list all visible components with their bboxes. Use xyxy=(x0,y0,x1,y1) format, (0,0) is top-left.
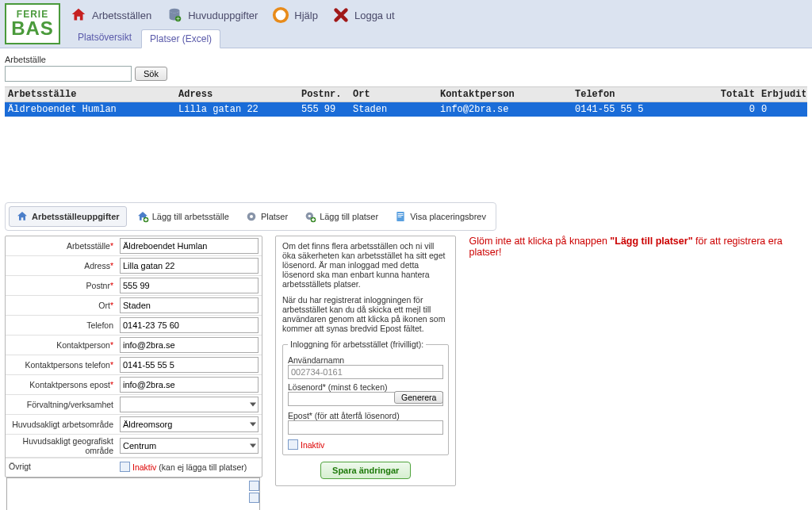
tab-lagg-till-platser[interactable]: Lägg till platser xyxy=(297,206,385,227)
svg-point-8 xyxy=(308,215,311,217)
input-kontakt-epost[interactable] xyxy=(120,377,259,393)
logo-bottom: BAS xyxy=(11,19,54,38)
col-postnr[interactable]: Postnr. xyxy=(298,87,350,102)
login-legend: Inloggning för arbetsstället (frivilligt… xyxy=(288,339,426,349)
info-login-panel: Om det finns flera arbetsställen och ni … xyxy=(275,236,456,486)
label-kontakt-epost: Kontaktpersons epost* xyxy=(6,378,117,391)
cell-postnr: 555 99 xyxy=(298,102,350,117)
detail-toolbar: Arbetsställeuppgifter Lägg till arbetsst… xyxy=(5,202,496,231)
checkbox-icon xyxy=(288,439,298,450)
header: FERIE BAS Arbetsställen Huvuduppgifter H… xyxy=(0,0,812,48)
input-adress[interactable] xyxy=(120,258,259,274)
house-icon xyxy=(70,6,87,24)
label-kontaktperson: Kontaktperson* xyxy=(6,339,117,351)
col-ort[interactable]: Ort xyxy=(350,87,437,102)
svg-rect-13 xyxy=(398,217,402,217)
label-arbetsstalle: Arbetsställe* xyxy=(6,240,117,252)
database-icon xyxy=(166,6,183,24)
house-blue-icon xyxy=(16,210,29,223)
side-checkbox-1[interactable] xyxy=(249,481,259,491)
cell-kontaktperson: info@2bra.se xyxy=(437,102,572,117)
grid-row[interactable]: Äldreboendet Humlan Lilla gatan 22 555 9… xyxy=(5,102,807,117)
cell-arbetsstalle: Äldreboendet Humlan xyxy=(5,102,175,117)
warning-text: Glöm inte att klicka på knappen "Lägg ti… xyxy=(469,236,807,258)
cell-erbjudits: 0 xyxy=(758,102,806,117)
tab-lagg-till-arbetsstalle[interactable]: Lägg till arbetsställe xyxy=(130,206,236,227)
checkbox-login-inaktiv[interactable]: Inaktiv xyxy=(288,439,443,450)
label-postnr: Postnr* xyxy=(6,279,117,292)
label-adress: Adress* xyxy=(6,259,117,272)
cell-totalt: 0 xyxy=(710,102,758,117)
svg-rect-12 xyxy=(398,215,404,216)
document-icon xyxy=(394,210,407,223)
tab-arbetsstalleuppgifter[interactable]: Arbetsställeuppgifter xyxy=(9,206,127,227)
grid-header: Arbetsställe Adress Postnr. Ort Kontaktp… xyxy=(5,86,807,102)
submenu-platser-excel[interactable]: Platser (Excel) xyxy=(141,29,220,48)
select-arbetsomrade[interactable] xyxy=(120,416,259,432)
label-arbetsomrade: Huvudsakligt arbetsområde xyxy=(6,418,117,431)
label-kontakt-tel: Kontaktpersons telefon* xyxy=(6,359,117,371)
col-totalt[interactable]: Totalt xyxy=(710,87,758,102)
svg-point-6 xyxy=(250,215,253,218)
input-login-epost[interactable] xyxy=(288,420,443,435)
svg-rect-11 xyxy=(398,213,404,214)
search-input[interactable] xyxy=(5,66,132,82)
checkbox-inaktiv[interactable]: Inaktiv (kan ej lägga till platser) xyxy=(120,462,247,472)
gear-add-icon xyxy=(304,210,316,223)
col-adress[interactable]: Adress xyxy=(175,87,298,102)
tab-visa-placeringsbrev[interactable]: Visa placeringsbrev xyxy=(388,206,492,227)
input-telefon[interactable] xyxy=(120,317,259,333)
close-icon xyxy=(332,6,350,24)
label-geoomrade: Huvudsakligt geografiskt område xyxy=(6,435,117,457)
label-ovrigt: Övrigt xyxy=(6,458,117,473)
svg-point-0 xyxy=(170,9,180,13)
col-telefon[interactable]: Telefon xyxy=(572,87,710,102)
grid-body: Äldreboendet Humlan Lilla gatan 22 555 9… xyxy=(5,102,807,197)
arbetsstalle-form: Arbetsställe* Adress* Postnr* Ort* Telef… xyxy=(5,236,262,477)
main-menu: Arbetsställen Huvuduppgifter Hjälp Logga… xyxy=(65,3,807,29)
label-forvaltning: Förvaltning/verksamhet xyxy=(6,398,117,411)
checkbox-icon xyxy=(120,462,130,472)
label-anvandarnamn: Användarnamn xyxy=(288,355,443,365)
input-kontaktperson[interactable] xyxy=(120,337,259,353)
save-button[interactable]: Spara ändringar xyxy=(320,462,411,479)
menu-hjalp[interactable]: Hjälp xyxy=(272,6,318,24)
input-arbetsstalle[interactable] xyxy=(120,238,259,254)
cell-ort: Staden xyxy=(350,102,437,117)
svg-point-3 xyxy=(278,13,283,17)
results-grid: Arbetsställe Adress Postnr. Ort Kontaktp… xyxy=(5,86,807,197)
search-area: Arbetställe Sök xyxy=(0,48,812,83)
search-label: Arbetställe xyxy=(5,55,807,64)
col-arbetsstalle[interactable]: Arbetsställe xyxy=(5,87,175,102)
label-login-epost: Epost* (för att återfå lösenord) xyxy=(288,411,443,420)
help-icon xyxy=(272,6,289,24)
cell-telefon: 0141-55 55 5 xyxy=(572,102,710,117)
col-kontaktperson[interactable]: Kontaktperson xyxy=(437,87,572,102)
house-add-icon xyxy=(136,210,149,223)
search-button[interactable]: Sök xyxy=(135,67,167,81)
menu-loggaut[interactable]: Logga ut xyxy=(332,6,395,24)
input-anvandarnamn[interactable] xyxy=(288,365,443,379)
info-paragraph-1: Om det finns flera arbetsställen och ni … xyxy=(282,241,449,289)
info-paragraph-2: När du har registrerat inloggningen för … xyxy=(282,295,449,333)
input-kontakt-tel[interactable] xyxy=(120,357,259,373)
login-fieldset: Inloggning för arbetsstället (frivilligt… xyxy=(282,339,449,455)
side-checkbox-2[interactable] xyxy=(249,493,259,503)
textarea-ovrigt[interactable] xyxy=(6,477,260,510)
menu-arbetsstallen[interactable]: Arbetsställen xyxy=(70,6,151,24)
select-geoomrade[interactable] xyxy=(120,438,259,454)
form-column: Arbetsställe* Adress* Postnr* Ort* Telef… xyxy=(5,236,262,510)
label-ort: Ort* xyxy=(6,299,117,312)
input-postnr[interactable] xyxy=(120,278,259,293)
logo: FERIE BAS xyxy=(5,3,60,44)
label-telefon: Telefon xyxy=(6,319,117,332)
gear-icon xyxy=(245,210,258,223)
col-erbjudits[interactable]: Erbjudits xyxy=(758,87,806,102)
sub-menu: Platsöversikt Platser (Excel) xyxy=(65,29,807,48)
tab-platser[interactable]: Platser xyxy=(239,206,294,227)
generate-button[interactable]: Generera xyxy=(394,391,443,404)
submenu-platsoversikt[interactable]: Platsöversikt xyxy=(70,29,140,48)
select-forvaltning[interactable] xyxy=(120,397,259,412)
input-ort[interactable] xyxy=(120,297,259,313)
menu-huvuduppgifter[interactable]: Huvuduppgifter xyxy=(166,6,258,24)
